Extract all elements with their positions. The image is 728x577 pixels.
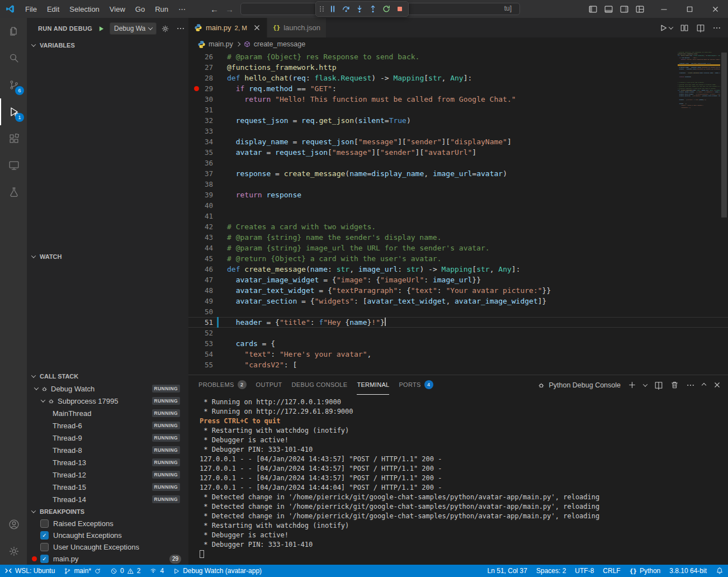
ports-forwarded[interactable]: 4 [145,565,168,577]
toggle-panel-icon[interactable] [601,1,616,17]
activity-source-control-icon[interactable]: 6 [0,72,27,98]
line-gutter[interactable]: 32 [188,115,227,126]
minimize-button[interactable] [651,0,677,18]
line-gutter[interactable]: 45 [188,253,227,264]
watch-section-header[interactable]: WATCH [27,250,188,263]
step-over-button[interactable] [339,2,353,16]
menu-selection[interactable]: Selection [64,5,104,13]
activity-search-icon[interactable] [0,45,27,72]
activity-extensions-icon[interactable] [0,125,27,152]
debug-session[interactable]: Debug Watch (avatar-app) [168,565,266,577]
line-gutter[interactable]: 35 [188,147,227,158]
breakpoint-raised-exceptions[interactable]: Raised Exceptions [27,518,188,529]
breakpoint-checkbox[interactable] [40,519,49,528]
breakpoint-main-py[interactable]: ✓main.py29 [27,553,188,565]
code-line-37[interactable]: 37 response = create_message(name=displa… [188,168,728,179]
line-gutter[interactable]: 42 [188,221,227,232]
add-icon[interactable] [628,381,636,389]
code-line-40[interactable]: 40 [188,200,728,211]
go-forward-button[interactable]: → [225,4,234,14]
toggle-secondary-sidebar-icon[interactable] [616,1,632,17]
code-line-39[interactable]: 39 return response [188,190,728,200]
code-editor[interactable]: 26# @param {Object} res Response to send… [188,51,728,375]
code-line-42[interactable]: 42# Creates a card with two widgets. [188,221,728,232]
encoding[interactable]: UTF-8 [570,565,598,577]
scrollbar-thumb[interactable] [721,53,727,217]
code-line-44[interactable]: 44# @param {string} image_url the URL fo… [188,243,728,253]
line-gutter[interactable]: 53 [188,338,227,349]
code-line-55[interactable]: 55 "cardsV2": [ [188,360,728,370]
restart-button[interactable] [380,2,393,16]
line-gutter[interactable]: 31 [188,105,227,115]
code-line-30[interactable]: 30 return "Hello! This function must be … [188,94,728,105]
variables-section-header[interactable]: VARIABLES [27,39,188,51]
more-icon[interactable] [712,23,721,32]
code-line-35[interactable]: 35 avatar = request_json["message"]["sen… [188,147,728,158]
code-line-32[interactable]: 32 request_json = req.get_json(silent=Tr… [188,115,728,126]
command-center[interactable]: tu] [240,3,520,15]
code-line-45[interactable]: 45# @return {Object} a card with the use… [188,253,728,264]
call-stack-section-header[interactable]: CALL STACK [27,370,188,382]
split-editor-icon[interactable] [696,23,705,32]
line-gutter[interactable]: 48 [188,285,227,296]
stop-button[interactable] [393,2,406,16]
panel-tab-terminal[interactable]: TERMINAL [357,375,389,395]
run-python-file-button[interactable] [659,23,673,32]
gear-icon[interactable] [161,25,169,33]
python-interpreter[interactable]: 3.8.10 64-bit [665,565,711,577]
line-gutter[interactable]: 52 [188,328,227,338]
remote-indicator[interactable]: WSL: Ubuntu [0,565,59,577]
close-icon[interactable] [713,381,721,389]
editor-scrollbar[interactable] [720,51,728,375]
trash-icon[interactable] [670,381,679,389]
tab-launch-json[interactable]: {}launch.json [267,18,327,37]
line-gutter[interactable]: 51 [188,317,227,328]
code-line-49[interactable]: 49 avatar_section = {"widgets": [avatar_… [188,296,728,306]
go-back-button[interactable]: ← [210,4,219,14]
problems[interactable]: 02 [106,565,145,577]
line-gutter[interactable]: 44 [188,243,227,253]
code-line-46[interactable]: 46def create_message(name: str, image_ur… [188,264,728,275]
line-gutter[interactable]: 54 [188,349,227,360]
callstack-thread-12[interactable]: Thread-12RUNNING [27,469,188,481]
debug-config-dropdown[interactable]: Debug Wa [110,22,157,35]
line-gutter[interactable]: 36 [188,158,227,168]
pause-button[interactable] [326,2,339,16]
line-gutter[interactable]: 40 [188,200,227,211]
panel-tab-debug-console[interactable]: DEBUG CONSOLE [292,375,348,395]
activity-run-and-debug-icon[interactable]: 1 [0,98,27,125]
callstack-thread-14[interactable]: Thread-14RUNNING [27,493,188,505]
line-gutter[interactable]: 55 [188,360,227,370]
indentation[interactable]: Spaces: 2 [532,565,570,577]
code-line-33[interactable]: 33 [188,126,728,136]
start-debugging-button[interactable] [97,25,105,33]
maximize-button[interactable] [677,0,702,18]
code-line-50[interactable]: 50 [188,306,728,317]
callstack-mainthread[interactable]: MainThreadRUNNING [27,407,188,419]
breakpoints-section-header[interactable]: BREAKPOINTS [27,505,188,518]
step-out-button[interactable] [366,2,380,16]
tab-main-py[interactable]: main.py2, M [188,18,267,37]
code-line-53[interactable]: 53 cards = { [188,338,728,349]
code-line-29[interactable]: 29 if req.method == "GET": [188,83,728,94]
code-line-28[interactable]: 28def hello_chat(req: flask.Request) -> … [188,73,728,83]
code-line-41[interactable]: 41 [188,211,728,221]
activity-remote-explorer-icon[interactable] [0,152,27,179]
git-branch[interactable]: main* [59,565,106,577]
menu-edit[interactable]: Edit [42,5,64,13]
chevron-down-icon[interactable] [644,384,647,387]
line-gutter[interactable]: 43 [188,232,227,243]
callstack-thread-8[interactable]: Thread-8RUNNING [27,444,188,456]
code-line-54[interactable]: 54 "text": "Here's your avatar", [188,349,728,360]
code-line-36[interactable]: 36 [188,158,728,168]
breadcrumb-create-message[interactable]: create_message [243,40,305,48]
code-line-34[interactable]: 34 display_name = request_json["message"… [188,136,728,147]
panel-tab-problems[interactable]: PROBLEMS2 [198,375,247,395]
line-gutter[interactable]: 34 [188,136,227,147]
line-gutter[interactable]: 50 [188,306,227,317]
minimap[interactable]: # @param {Object} res Response to send b… [678,51,720,149]
line-gutter[interactable]: 39 [188,190,227,200]
activity-settings-gear-icon[interactable] [0,538,27,565]
callstack-debug-watch[interactable]: Debug WatchRUNNING [27,382,188,395]
toggle-sidebar-icon[interactable] [585,1,601,17]
